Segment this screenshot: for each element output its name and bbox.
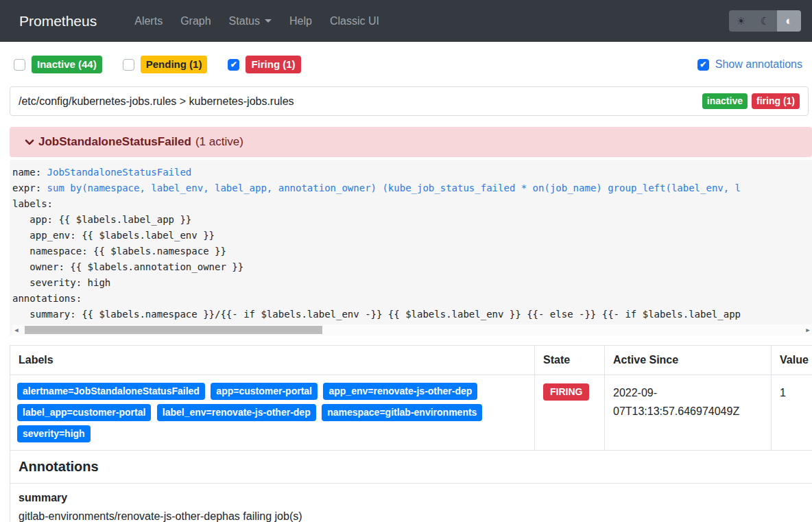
label-badge-alertname: alertname=JobStandaloneStatusFailed bbox=[17, 383, 205, 400]
label-badge-app: app=customer-portal bbox=[211, 383, 318, 400]
state-column-header: State bbox=[535, 346, 605, 375]
code-line-app-env: app_env: {{ $labels.label_env }} bbox=[12, 228, 812, 244]
code-key: summary: {{ $labels.namespace }}/{{- if … bbox=[12, 309, 741, 320]
active-since-cell: 2022-09-07T13:13:57.646974049Z bbox=[605, 375, 772, 451]
brand-link[interactable]: Prometheus bbox=[19, 13, 97, 29]
rule-group-firing-badge: firing (1) bbox=[752, 93, 800, 109]
pending-checkbox[interactable] bbox=[123, 59, 134, 71]
code-line-severity: severity: high bbox=[12, 275, 812, 291]
code-key: app_env: {{ $labels.label_env }} bbox=[12, 230, 215, 241]
code-line-app: app: {{ $labels.label_app }} bbox=[12, 212, 812, 228]
code-key: name: bbox=[12, 167, 47, 178]
inactive-count-badge: Inactive (44) bbox=[32, 56, 102, 73]
label-badge-app-env: app_env=renovate-js-other-dep bbox=[323, 383, 477, 400]
rule-group-badges: inactive firing (1) bbox=[702, 93, 800, 109]
annotation-row: summary gitlab-environments/renovate-js-… bbox=[10, 484, 812, 522]
horizontal-scrollbar[interactable]: ◀ ▶ bbox=[12, 324, 812, 335]
nav-item-help[interactable]: Help bbox=[280, 15, 321, 27]
alerts-table: Labels State Active Since Value alertnam… bbox=[10, 345, 812, 522]
nav-item-classic-ui-label: Classic UI bbox=[330, 15, 379, 27]
code-key: namespace: {{ $labels.namespace }} bbox=[12, 246, 226, 257]
rule-group-path: /etc/config/kubernetes-jobs.rules > kube… bbox=[19, 95, 294, 108]
firing-state-badge: FIRING bbox=[543, 383, 589, 401]
alert-rule-name: JobStandaloneStatusFailed bbox=[38, 135, 191, 149]
nav-item-alerts-label: Alerts bbox=[134, 15, 163, 27]
value-cell: 1 bbox=[772, 375, 812, 451]
show-annotations-label: Show annotations bbox=[715, 58, 802, 71]
label-badge-label-env: label_env=renovate-js-other-dep bbox=[157, 404, 316, 421]
firing-count-badge: Firing (1) bbox=[246, 56, 300, 73]
filter-pending[interactable]: Pending (1) bbox=[123, 56, 208, 73]
code-key: labels: bbox=[12, 198, 53, 209]
rule-definition-code: name: JobStandaloneStatusFailed expr: su… bbox=[10, 160, 812, 335]
code-value: sum by(namespace, label_env, label_app, … bbox=[47, 182, 741, 193]
navbar: Prometheus Alerts Graph Status Help Clas… bbox=[0, 0, 812, 42]
value-column-header: Value bbox=[772, 346, 812, 375]
annotation-cell: summary gitlab-environments/renovate-js-… bbox=[10, 484, 812, 522]
alert-active-count: (1 active) bbox=[195, 135, 243, 149]
firing-checkbox[interactable]: ✔ bbox=[228, 59, 239, 71]
labels-cell: alertname=JobStandaloneStatusFailed app=… bbox=[10, 375, 535, 451]
label-badge-severity: severity=high bbox=[17, 425, 91, 442]
table-header-row: Labels State Active Since Value bbox=[10, 346, 812, 375]
annotations-title: Annotations bbox=[10, 451, 812, 484]
code-key: expr: bbox=[12, 182, 47, 193]
sun-icon: ☀ bbox=[737, 15, 745, 27]
dropdown-caret-icon bbox=[265, 19, 272, 23]
filter-firing[interactable]: ✔ Firing (1) bbox=[228, 56, 300, 73]
pending-count-badge: Pending (1) bbox=[141, 56, 208, 73]
nav-item-graph[interactable]: Graph bbox=[171, 15, 219, 27]
nav-item-alerts[interactable]: Alerts bbox=[126, 15, 171, 27]
moon-icon: ☾ bbox=[761, 15, 769, 27]
theme-toggle-group: ☀ ☾ ◐ bbox=[729, 10, 801, 32]
code-line-expr: expr: sum by(namespace, label_env, label… bbox=[12, 180, 812, 196]
code-line-owner: owner: {{ $labels.annotation_owner }} bbox=[12, 259, 812, 275]
nav-item-help-label: Help bbox=[289, 15, 312, 27]
show-annotations-checkbox[interactable]: ✔ bbox=[697, 59, 709, 71]
state-cell: FIRING bbox=[535, 375, 605, 451]
alert-filters: Inactive (44) Pending (1) ✔ Firing (1) ✔… bbox=[0, 42, 812, 73]
label-badge-label-app: label_app=customer-portal bbox=[17, 404, 151, 421]
annotation-value: gitlab-environments/renovate-js-other-de… bbox=[19, 508, 804, 522]
theme-dark-button[interactable]: ☾ bbox=[753, 10, 777, 32]
code-key: app: {{ $labels.label_app }} bbox=[12, 214, 191, 225]
scroll-left-arrow-icon[interactable]: ◀ bbox=[12, 324, 21, 335]
theme-auto-button[interactable]: ◐ bbox=[777, 10, 801, 32]
alert-collapse-header[interactable]: JobStandaloneStatusFailed (1 active) bbox=[10, 127, 812, 157]
code-value: JobStandaloneStatusFailed bbox=[47, 167, 192, 178]
nav-item-classic-ui[interactable]: Classic UI bbox=[321, 15, 388, 27]
nav-item-graph-label: Graph bbox=[180, 15, 211, 27]
code-line-namespace: namespace: {{ $labels.namespace }} bbox=[12, 244, 812, 259]
rule-group-inactive-badge: inactive bbox=[702, 93, 748, 109]
scrollbar-thumb[interactable] bbox=[25, 326, 322, 334]
theme-light-button[interactable]: ☀ bbox=[729, 10, 753, 32]
code-line-name: name: JobStandaloneStatusFailed bbox=[12, 165, 812, 180]
chevron-down-icon bbox=[23, 136, 36, 148]
alert-table-row: alertname=JobStandaloneStatusFailed app=… bbox=[10, 375, 812, 451]
code-line-annotations: annotations: bbox=[12, 291, 812, 307]
scroll-right-arrow-icon[interactable]: ▶ bbox=[804, 324, 812, 335]
code-line-summary: summary: {{ $labels.namespace }}/{{- if … bbox=[12, 307, 812, 322]
inactive-checkbox[interactable] bbox=[14, 59, 25, 71]
code-key: owner: {{ $labels.annotation_owner }} bbox=[12, 261, 243, 272]
show-annotations-toggle[interactable]: ✔ Show annotations bbox=[697, 58, 802, 71]
rule-group-card: /etc/config/kubernetes-jobs.rules > kube… bbox=[10, 86, 809, 116]
code-line-labels: labels: bbox=[12, 196, 812, 212]
annotations-title-row: Annotations bbox=[10, 451, 812, 484]
code-key: severity: high bbox=[12, 277, 110, 288]
active-since-column-header: Active Since bbox=[605, 346, 772, 375]
scrollbar-track[interactable] bbox=[21, 324, 804, 335]
filter-inactive[interactable]: Inactive (44) bbox=[14, 56, 102, 73]
nav-item-status-label: Status bbox=[229, 15, 260, 27]
annotation-name: summary bbox=[19, 492, 804, 504]
labels-column-header: Labels bbox=[10, 346, 535, 375]
circle-half-icon: ◐ bbox=[785, 14, 792, 27]
label-badge-namespace: namespace=gitlab-environments bbox=[322, 404, 482, 421]
code-key: annotations: bbox=[12, 293, 82, 304]
nav-item-status-dropdown[interactable]: Status bbox=[220, 15, 280, 27]
